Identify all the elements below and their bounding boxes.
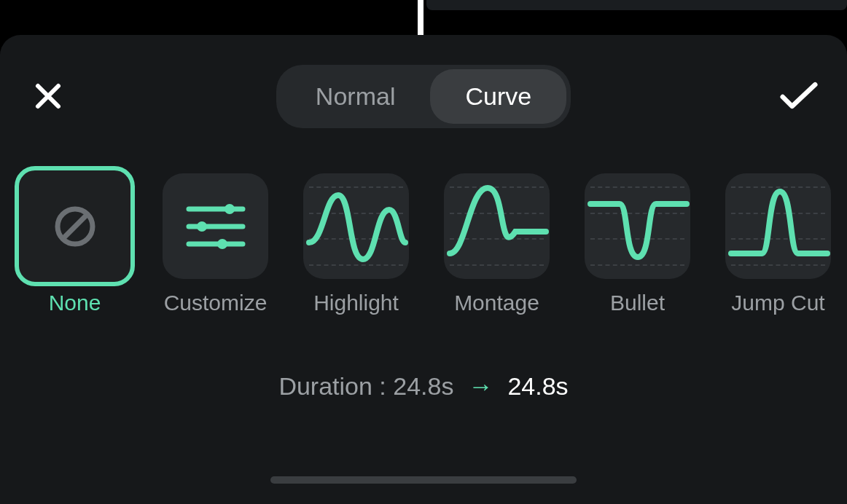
speed-curve-panel: Normal Curve None xyxy=(0,35,847,504)
montage-curve-icon xyxy=(444,173,550,279)
panel-header: Normal Curve xyxy=(0,35,847,137)
confirm-button[interactable] xyxy=(780,77,818,115)
preset-jump-cut-label: Jump Cut xyxy=(731,291,824,315)
preset-customize[interactable]: Customize xyxy=(163,173,268,315)
arrow-right-icon: → xyxy=(468,372,493,401)
none-icon xyxy=(52,203,98,250)
timeline-top-bar xyxy=(0,0,847,35)
svg-point-3 xyxy=(225,204,235,214)
playhead-indicator[interactable] xyxy=(418,0,424,35)
preset-montage-thumb xyxy=(444,173,550,279)
timeline-segment xyxy=(426,0,847,10)
preset-montage-label: Montage xyxy=(454,291,539,315)
preset-highlight[interactable]: Highlight xyxy=(303,173,409,315)
sliders-icon xyxy=(183,197,249,256)
preset-none-label: None xyxy=(49,291,101,315)
preset-bullet-label: Bullet xyxy=(610,291,665,315)
preset-highlight-label: Highlight xyxy=(313,291,399,315)
svg-line-1 xyxy=(63,214,87,239)
bullet-curve-icon xyxy=(585,173,690,279)
close-button[interactable] xyxy=(29,77,67,115)
duration-info: Duration : 24.8s → 24.8s xyxy=(0,372,847,401)
preset-highlight-thumb xyxy=(303,173,409,279)
curve-preset-list[interactable]: None Customize H xyxy=(0,137,847,315)
preset-montage[interactable]: Montage xyxy=(444,173,550,315)
speed-mode-tabs: Normal Curve xyxy=(276,65,571,128)
preset-bullet[interactable]: Bullet xyxy=(585,173,690,315)
preset-bullet-thumb xyxy=(585,173,690,279)
tab-normal[interactable]: Normal xyxy=(281,69,431,124)
duration-result: 24.8s xyxy=(507,372,568,401)
preset-customize-thumb xyxy=(163,173,268,279)
tab-curve[interactable]: Curve xyxy=(430,69,566,124)
close-icon xyxy=(34,82,63,111)
jump-cut-curve-icon xyxy=(725,173,831,279)
duration-source: Duration : 24.8s xyxy=(278,372,453,401)
highlight-curve-icon xyxy=(303,173,409,279)
svg-point-5 xyxy=(197,221,207,232)
preset-none-thumb xyxy=(15,166,135,286)
preset-customize-label: Customize xyxy=(164,291,268,315)
preset-jump-cut[interactable]: Jump Cut xyxy=(725,173,831,315)
preset-jump-cut-thumb xyxy=(725,173,831,279)
preset-none[interactable]: None xyxy=(22,173,128,315)
drag-handle[interactable] xyxy=(270,476,577,484)
svg-point-7 xyxy=(217,239,227,249)
check-icon xyxy=(780,81,818,111)
